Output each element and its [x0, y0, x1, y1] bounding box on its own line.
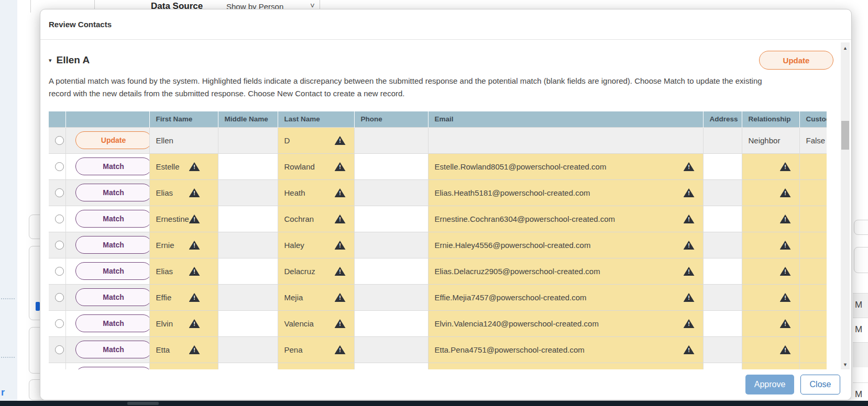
- cell-address: [703, 258, 742, 284]
- warning-icon: [335, 241, 346, 250]
- cell-last: D: [278, 127, 354, 153]
- row-radio-button[interactable]: [55, 293, 64, 302]
- background-row: M: [853, 293, 868, 318]
- cell-custody: [799, 336, 827, 363]
- vertical-scrollbar[interactable]: ▲ ▼: [841, 42, 850, 370]
- cell-address: [703, 179, 742, 206]
- column-header: [49, 111, 65, 127]
- cell-address: [703, 206, 742, 232]
- cell-last: Rowland: [278, 153, 354, 179]
- scrollbar-thumb[interactable]: [841, 121, 849, 150]
- background-card: [854, 220, 868, 235]
- update-button[interactable]: Update: [759, 51, 833, 70]
- warning-icon: [684, 188, 695, 197]
- update-row-button[interactable]: Update: [75, 131, 150, 149]
- cell-middle: [218, 284, 278, 310]
- cell-text: Mejia: [284, 293, 303, 302]
- action-cell: Match: [65, 206, 149, 232]
- dialog-header: Review Contacts: [40, 9, 851, 40]
- action-cell: Match: [65, 179, 149, 206]
- warning-icon: [780, 215, 791, 223]
- column-header: Phone: [354, 111, 428, 127]
- cell-phone: [354, 284, 428, 310]
- cell-phone: [354, 153, 428, 179]
- cell-text: Cochran: [284, 215, 314, 223]
- background-row: M: [853, 318, 868, 343]
- cell-custody: [799, 258, 827, 284]
- cell-address: [703, 153, 742, 179]
- row-radio-button[interactable]: [55, 215, 64, 223]
- column-header: Last Name: [278, 111, 354, 127]
- scroll-down-icon[interactable]: ▼: [841, 361, 850, 368]
- cell-address: [703, 127, 742, 153]
- cell-address: [703, 284, 742, 310]
- cell-custody: [799, 232, 827, 258]
- warning-icon: [780, 162, 791, 171]
- match-row-button[interactable]: Match: [75, 184, 150, 201]
- table-row: MatchEttaPenaEtta.Pena4751@powerschool-c…: [49, 336, 827, 363]
- radio-cell: [49, 336, 65, 363]
- cell-email: Estelle.Rowland8051@powerschool-created.…: [428, 153, 703, 179]
- row-radio-button[interactable]: [55, 136, 64, 145]
- cell-first: Ernie: [149, 232, 218, 258]
- row-radio-button[interactable]: [55, 319, 64, 328]
- background-sidebar: [0, 0, 17, 406]
- cell-address: [703, 232, 742, 258]
- cell-text: Elvin: [156, 319, 173, 328]
- warning-icon: [189, 162, 200, 171]
- column-header: Address: [703, 111, 742, 127]
- background-partial-link[interactable]: r: [1, 387, 5, 398]
- match-row-button[interactable]: Match: [75, 341, 150, 358]
- warning-icon: [189, 319, 200, 328]
- action-cell: Match: [65, 284, 149, 310]
- row-radio-button[interactable]: [55, 162, 64, 171]
- cell-text: Elias.Delacruz2905@powerschool-created.c…: [435, 267, 600, 276]
- match-row-button[interactable]: Match: [75, 157, 150, 175]
- warning-icon: [684, 319, 695, 328]
- warning-icon: [189, 293, 200, 302]
- cell-last: Cochran: [278, 206, 354, 232]
- warning-icon: [780, 188, 791, 197]
- warning-icon: [335, 136, 346, 145]
- warning-icon: [780, 267, 791, 276]
- cell-custody: [799, 310, 827, 336]
- cell-last: Heath: [278, 179, 354, 206]
- cell-email: Etta.Pena4751@powerschool-created.com: [428, 336, 703, 363]
- match-row-button[interactable]: Match: [75, 236, 150, 254]
- row-radio-button[interactable]: [55, 345, 64, 354]
- match-row-button[interactable]: Match: [75, 262, 150, 280]
- radio-cell: [49, 232, 65, 258]
- column-header: [65, 111, 149, 127]
- table-row: MatchErnestineCochranErnestine.Cochran63…: [49, 206, 827, 232]
- cell-text: Effie: [156, 293, 172, 302]
- match-row-button[interactable]: Match: [75, 288, 150, 306]
- cell-text: Ernie.Haley4556@powerschool-created.com: [435, 241, 591, 250]
- action-cell: Match: [65, 310, 149, 336]
- action-cell: Match: [65, 232, 149, 258]
- horizontal-scrollbar-thumb[interactable]: [127, 402, 159, 405]
- match-row-button[interactable]: Match: [75, 314, 150, 332]
- cell-last: Mejia: [278, 284, 354, 310]
- approve-button[interactable]: Approve: [745, 375, 794, 394]
- column-header: Relationship: [742, 111, 799, 127]
- match-row-button[interactable]: Match: [75, 210, 150, 228]
- warning-icon: [335, 293, 346, 302]
- cell-middle: [218, 153, 278, 179]
- scroll-up-icon[interactable]: ▲: [841, 44, 850, 52]
- row-radio-button[interactable]: [55, 188, 64, 197]
- radio-cell: [49, 127, 65, 153]
- collapse-caret-icon[interactable]: ▾: [49, 57, 52, 64]
- background-selection-indicator: [36, 302, 40, 311]
- cell-email: Effie.Mejia7457@powerschool-created.com: [428, 284, 703, 310]
- cell-text: Etta.Pena4751@powerschool-created.com: [435, 345, 585, 354]
- row-radio-button[interactable]: [55, 241, 64, 250]
- contact-section-toggle[interactable]: ▾ Ellen A: [49, 51, 90, 70]
- action-cell: Match: [65, 336, 149, 363]
- table-row: MatchEffieMejiaEffie.Mejia7457@powerscho…: [49, 284, 827, 310]
- warning-icon: [684, 293, 695, 302]
- cell-email: Ernie.Haley4556@powerschool-created.com: [428, 232, 703, 258]
- close-button[interactable]: Close: [800, 375, 840, 394]
- cell-text: Etta: [156, 345, 170, 354]
- row-radio-button[interactable]: [55, 267, 64, 276]
- cell-custody: False: [799, 127, 827, 153]
